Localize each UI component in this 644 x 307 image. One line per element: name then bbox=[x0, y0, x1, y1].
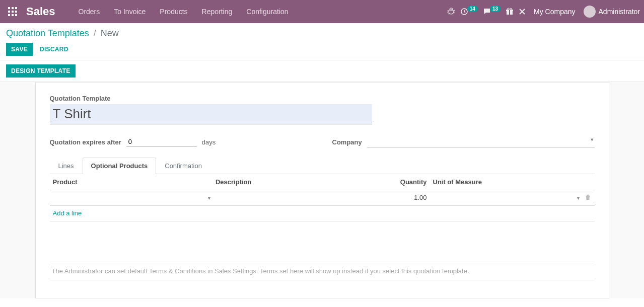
app-brand[interactable]: Sales bbox=[24, 5, 57, 18]
menu-to-invoice[interactable]: To Invoice bbox=[108, 5, 152, 19]
description-cell[interactable] bbox=[212, 190, 386, 205]
delete-row-icon[interactable] bbox=[582, 190, 594, 205]
user-name: Administrator bbox=[599, 8, 640, 16]
col-quantity: Quantity bbox=[386, 174, 430, 190]
gift-icon[interactable] bbox=[506, 8, 514, 16]
user-menu[interactable]: Administrator bbox=[584, 6, 640, 18]
svg-rect-2 bbox=[15, 7, 17, 9]
svg-rect-7 bbox=[12, 14, 14, 16]
bug-icon[interactable] bbox=[447, 8, 455, 16]
template-name-label: Quotation Template bbox=[50, 95, 595, 102]
tab-optional-products[interactable]: Optional Products bbox=[83, 158, 157, 174]
svg-rect-6 bbox=[8, 14, 10, 16]
breadcrumb-parent[interactable]: Quotation Templates bbox=[6, 28, 89, 38]
svg-rect-12 bbox=[509, 10, 510, 15]
main-menu: Orders To Invoice Products Reporting Con… bbox=[73, 5, 295, 19]
tab-bar: Lines Optional Products Confirmation bbox=[50, 158, 595, 174]
design-template-button[interactable]: DESIGN TEMPLATE bbox=[6, 64, 76, 78]
tab-lines[interactable]: Lines bbox=[50, 158, 83, 174]
clock-icon[interactable]: 14 bbox=[460, 8, 478, 16]
tab-confirmation[interactable]: Confirmation bbox=[156, 158, 210, 174]
discard-button[interactable]: DISCARD bbox=[35, 43, 74, 56]
apps-icon[interactable] bbox=[4, 3, 21, 20]
chat-icon[interactable]: 13 bbox=[483, 8, 500, 16]
form-sheet: Quotation Template Quotation expires aft… bbox=[35, 82, 609, 298]
breadcrumb: Quotation Templates / New bbox=[6, 28, 636, 39]
company-selector[interactable]: My Company bbox=[531, 8, 578, 16]
col-product: Product bbox=[50, 174, 212, 190]
menu-products[interactable]: Products bbox=[154, 5, 193, 19]
product-input[interactable] bbox=[53, 192, 209, 203]
optional-products-table: Product Description Quantity Unit of Mea… bbox=[50, 174, 595, 252]
svg-rect-5 bbox=[15, 11, 17, 13]
breadcrumb-current: New bbox=[101, 28, 119, 38]
company-select[interactable] bbox=[367, 136, 595, 147]
terms-placeholder[interactable]: The Administrator can set default Terms … bbox=[50, 262, 595, 280]
add-line-link[interactable]: Add a line bbox=[53, 209, 82, 217]
notebook: Lines Optional Products Confirmation Pro… bbox=[50, 158, 595, 280]
company-label: Company bbox=[332, 138, 362, 146]
navbar-right: 14 13 My Company Administrator bbox=[447, 6, 640, 18]
menu-reporting[interactable]: Reporting bbox=[196, 5, 239, 19]
top-navbar: Sales Orders To Invoice Products Reporti… bbox=[0, 0, 644, 23]
svg-rect-0 bbox=[8, 7, 10, 9]
menu-orders[interactable]: Orders bbox=[73, 5, 106, 19]
menu-configuration[interactable]: Configuration bbox=[240, 5, 294, 19]
clock-badge: 14 bbox=[467, 6, 478, 12]
svg-rect-4 bbox=[12, 11, 14, 13]
statusbar: DESIGN TEMPLATE bbox=[0, 60, 644, 82]
svg-rect-1 bbox=[12, 7, 14, 9]
chat-badge: 13 bbox=[490, 6, 500, 12]
expires-label: Quotation expires after bbox=[50, 138, 121, 146]
col-description: Description bbox=[212, 174, 386, 190]
col-uom: Unit of Measure bbox=[430, 174, 582, 190]
chevron-down-icon: ▾ bbox=[577, 195, 580, 200]
svg-rect-8 bbox=[15, 14, 17, 16]
expires-days-input[interactable] bbox=[126, 137, 197, 147]
table-row: ▾ 1.00 ▾ bbox=[50, 190, 595, 205]
expires-unit: days bbox=[202, 138, 216, 146]
breadcrumb-sep: / bbox=[94, 28, 96, 38]
template-name-input[interactable] bbox=[50, 104, 372, 124]
quantity-cell[interactable]: 1.00 bbox=[386, 190, 430, 205]
close-icon[interactable] bbox=[519, 8, 526, 15]
avatar bbox=[584, 6, 596, 18]
control-panel: Quotation Templates / New SAVE DISCARD bbox=[0, 23, 644, 60]
form-background: Quotation Template Quotation expires aft… bbox=[0, 82, 644, 298]
svg-rect-3 bbox=[8, 11, 10, 13]
save-button[interactable]: SAVE bbox=[6, 43, 33, 56]
